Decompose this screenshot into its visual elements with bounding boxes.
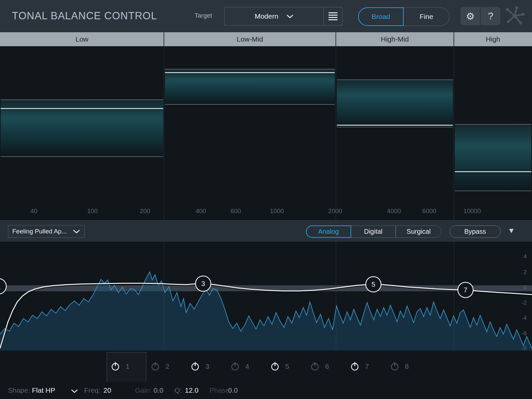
band-divider [454,46,454,220]
band-header-high: High [454,32,532,46]
band-header-divider [335,32,336,46]
filter-band-button-4[interactable]: 4 [220,350,260,382]
filter-band-number: 6 [325,362,329,370]
target-zone-high [455,124,531,191]
eq-graph: 420-2-4-6-81357 [0,242,532,350]
filter-band-button-2[interactable]: 2 [140,350,180,382]
band-divider [335,46,336,220]
spectrum-display: Crest Factor 401002004006001000200040006… [0,46,532,220]
power-icon [350,362,359,371]
mode-analog-button[interactable]: Analog [306,225,351,238]
filter-band-button-6[interactable]: 6 [300,350,339,382]
svg-text:3: 3 [201,280,205,287]
eq-plot: 1357 [0,242,532,350]
q-value[interactable]: 12.0 [185,386,199,394]
freq-tick-200: 200 [130,207,160,215]
target-zone-low [1,99,163,157]
gain-label: Gain: [135,386,152,394]
filter-band-number: 2 [166,362,170,370]
target-zone-low-mid [165,69,335,105]
target-label: Target [195,12,212,19]
band-header-divider [164,32,164,46]
filter-band-number: 7 [365,362,369,370]
freq-tick-100: 100 [77,207,107,215]
filter-band-button-7[interactable]: 7 [339,350,379,382]
filter-band-number: 3 [205,362,209,370]
svg-text:5: 5 [371,281,375,288]
tonal-balance-control-window: TONAL BALANCE CONTROL Target Modern Broa… [0,0,532,399]
power-icon [151,362,160,371]
broad-button[interactable]: Broad [358,7,404,26]
phase-value[interactable]: 0.0 [228,386,238,394]
filter-band-number: 5 [285,362,289,370]
freq-tick-10000: 10000 [457,207,487,215]
help-button[interactable]: ? [481,7,500,25]
chevron-down-icon [73,229,80,233]
filter-band-button-1[interactable]: 1 [100,350,140,382]
filter-band-button-5[interactable]: 5 [260,350,300,382]
target-zone-high-mid [337,79,453,127]
eq-node-7[interactable]: 7 [458,282,473,298]
hamburger-icon [329,12,337,13]
band-level-line [165,72,335,73]
target-preset-select[interactable]: Modern [225,7,324,25]
freq-label: Freq: [84,386,100,394]
settings-group: ⚙ ? [461,7,500,25]
topbar: TONAL BALANCE CONTROL Target Modern Broa… [0,0,532,32]
filter-band-selector: 12345678 [0,350,532,382]
eq-preset-value: Feeling Pulled Ap... [12,228,67,235]
chevron-down-icon[interactable] [71,389,78,393]
mode-digital-button[interactable]: Digital [351,225,396,238]
freq-tick-4000: 4000 [379,207,409,215]
power-icon [270,362,280,371]
gain-value[interactable]: 0.0 [154,386,163,394]
gear-icon[interactable]: ⚙ [461,7,480,25]
shape-label: Shape: [8,386,30,394]
eq-preset-dropdown[interactable]: Feeling Pulled Ap... [8,225,84,238]
freq-tick-400: 400 [186,207,216,215]
filter-band-number: 4 [245,362,249,370]
svg-text:1: 1 [0,283,1,290]
target-preset-dropdown: Modern [224,7,342,26]
fine-button[interactable]: Fine [404,7,450,26]
filter-parameter-row: Shape: Flat HP Freq: 20 Gain: 0.0 Q: 12.… [0,382,532,399]
page-title: TONAL BALANCE CONTROL [12,10,157,22]
eq-node-1[interactable]: 1 [0,279,6,294]
band-level-line [337,125,453,126]
power-icon [111,362,120,371]
eq-toolbar: Feeling Pulled Ap... Analog Digital Surg… [0,220,532,242]
eq-node-3[interactable]: 3 [196,276,211,291]
power-icon [191,362,200,371]
band-headers: LowLow-MidHigh-MidHigh [0,32,532,46]
mode-surgical-button[interactable]: Surgical [396,225,442,238]
freq-tick-600: 600 [221,207,251,215]
eq-node-5[interactable]: 5 [366,277,381,292]
chevron-down-icon [286,14,294,18]
freq-value[interactable]: 20 [103,386,111,394]
bypass-button[interactable]: Bypass [450,225,501,238]
filter-band-number: 1 [126,362,130,370]
filter-band-button-3[interactable]: 3 [180,350,220,382]
network-icon[interactable] [504,5,525,26]
svg-text:7: 7 [464,286,467,294]
power-icon [390,362,399,371]
band-header-low-mid: Low-Mid [164,32,336,46]
view-toggle: Broad Fine [358,7,450,26]
shape-value[interactable]: Flat HP [32,386,55,394]
band-header-divider [454,32,454,46]
freq-tick-1000: 1000 [262,207,292,215]
filter-band-button-8[interactable]: 8 [379,350,419,382]
q-label: Q: [175,386,182,394]
collapse-triangle-icon[interactable]: ▼ [508,226,515,235]
freq-tick-40: 40 [19,207,49,215]
band-level-line [1,108,163,109]
target-menu-button[interactable] [324,7,342,25]
band-header-high-mid: High-Mid [336,32,454,46]
band-level-line [455,171,531,172]
filter-band-number: 8 [405,362,409,370]
freq-tick-2000: 2000 [320,207,350,215]
band-header-low: Low [0,32,164,46]
band-divider [164,46,164,220]
power-icon [310,362,320,371]
target-preset-value: Modern [255,12,278,20]
